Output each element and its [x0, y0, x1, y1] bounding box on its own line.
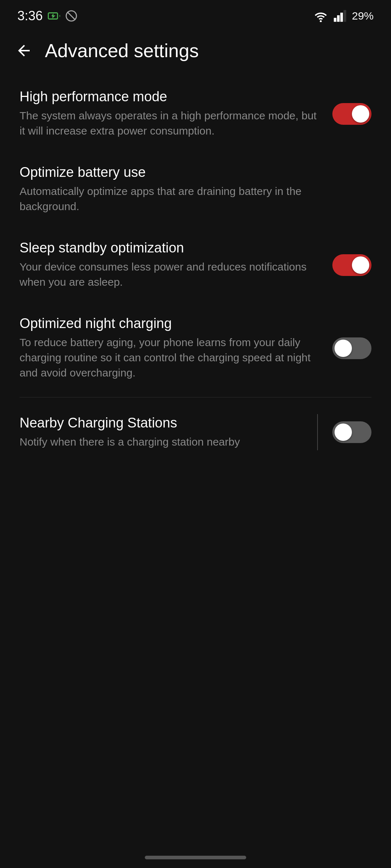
settings-list: High performance mode The system always …: [0, 69, 391, 471]
setting-item-nearby-charging[interactable]: Nearby Charging Stations Notify when the…: [0, 401, 391, 463]
toggle-track-high-performance-mode: [332, 103, 371, 125]
toggle-sleep-standby[interactable]: [332, 254, 371, 276]
svg-rect-8: [340, 13, 343, 22]
status-bar-right: 29%: [313, 10, 374, 22]
page-title: Advanced settings: [45, 40, 199, 61]
setting-desc-night-charging: To reduce battery aging, your phone lear…: [20, 335, 318, 380]
toggle-track-nearby-charging: [332, 421, 371, 443]
back-button[interactable]: [13, 40, 35, 61]
svg-rect-6: [334, 18, 336, 22]
toggle-night-charging[interactable]: [332, 337, 371, 359]
setting-desc-nearby-charging: Notify when there is a charging station …: [20, 434, 303, 450]
battery-charging-icon: [48, 10, 60, 22]
svg-point-5: [320, 20, 322, 22]
svg-rect-9: [344, 10, 346, 22]
setting-title-night-charging: Optimized night charging: [20, 316, 318, 331]
toggle-high-performance-mode[interactable]: [332, 103, 371, 125]
toggle-track-night-charging: [332, 337, 371, 359]
setting-item-optimize-battery[interactable]: Optimize battery use Automatically optim…: [0, 152, 391, 227]
setting-text-high-performance-mode: High performance mode The system always …: [20, 89, 332, 139]
battery-percent: 29%: [352, 10, 374, 22]
setting-title-high-performance-mode: High performance mode: [20, 89, 318, 105]
home-indicator: [145, 856, 246, 859]
setting-item-sleep-standby[interactable]: Sleep standby optimization Your device c…: [0, 227, 391, 303]
header: Advanced settings: [0, 29, 391, 69]
setting-title-sleep-standby: Sleep standby optimization: [20, 240, 318, 256]
setting-desc-sleep-standby: Your device consumes less power and redu…: [20, 259, 318, 290]
setting-item-night-charging[interactable]: Optimized night charging To reduce batte…: [0, 303, 391, 393]
setting-text-optimize-battery: Optimize battery use Automatically optim…: [20, 165, 371, 214]
wifi-icon: [313, 10, 329, 22]
toggle-track-sleep-standby: [332, 254, 371, 276]
toggle-thumb-nearby-charging: [335, 424, 352, 441]
svg-marker-2: [51, 13, 55, 18]
toggle-nearby-charging[interactable]: [332, 421, 371, 443]
toggle-thumb-night-charging: [335, 340, 352, 357]
status-bar: 3:36 29%: [0, 0, 391, 29]
setting-item-high-performance-mode[interactable]: High performance mode The system always …: [0, 76, 391, 152]
svg-rect-7: [337, 15, 340, 22]
svg-line-4: [67, 12, 75, 20]
setting-title-nearby-charging: Nearby Charging Stations: [20, 415, 303, 431]
setting-title-optimize-battery: Optimize battery use: [20, 165, 357, 180]
notification-icon: [65, 10, 77, 22]
setting-text-sleep-standby: Sleep standby optimization Your device c…: [20, 240, 332, 290]
vertical-separator: [317, 414, 318, 450]
status-bar-left: 3:36: [17, 8, 77, 24]
setting-desc-optimize-battery: Automatically optimize apps that are dra…: [20, 184, 357, 214]
setting-text-nearby-charging: Nearby Charging Stations Notify when the…: [20, 415, 317, 450]
status-time: 3:36: [17, 8, 43, 24]
back-arrow-icon: [15, 42, 33, 59]
section-divider: [20, 397, 371, 397]
svg-rect-1: [60, 15, 60, 17]
toggle-thumb-sleep-standby: [352, 256, 369, 274]
signal-icon: [334, 10, 347, 22]
setting-desc-high-performance-mode: The system always operates in a high per…: [20, 108, 318, 139]
setting-text-night-charging: Optimized night charging To reduce batte…: [20, 316, 332, 380]
toggle-thumb-high-performance-mode: [352, 105, 369, 123]
